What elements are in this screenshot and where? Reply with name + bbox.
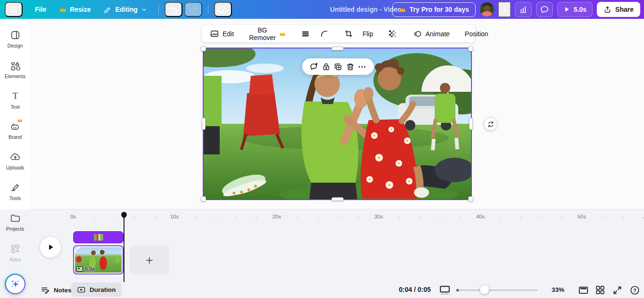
selection-handle-bottom-right[interactable]	[468, 196, 473, 201]
add-clip-button[interactable]	[130, 246, 169, 274]
try-pro-label: Try Pro for 30 days	[410, 6, 469, 13]
animate-icon	[413, 29, 422, 39]
selection-handle-bottom-middle[interactable]	[331, 197, 344, 201]
timeline-view-toggle-button[interactable]	[438, 284, 451, 296]
try-pro-button[interactable]: Try Pro for 30 days	[392, 2, 476, 17]
add-member-button[interactable]	[498, 2, 511, 17]
crop-button[interactable]	[340, 27, 357, 41]
apps-grid-icon	[10, 243, 21, 254]
ruler-label: 30s	[374, 214, 383, 219]
sidebar-item-elements[interactable]: Elements	[0, 56, 30, 87]
ruler-label: 0s	[70, 214, 76, 219]
fit-view-icon	[578, 285, 589, 296]
timeline-audio-track-clip[interactable]	[73, 231, 124, 243]
duration-icon	[77, 285, 86, 294]
more-options-button[interactable]	[356, 61, 368, 72]
insights-button[interactable]	[515, 2, 532, 17]
timeline-play-button[interactable]	[40, 236, 61, 258]
flip-label: Flip	[363, 30, 373, 38]
help-icon: ?	[629, 285, 640, 296]
animate-button[interactable]: Animate	[408, 27, 454, 41]
selection-handle-right-middle[interactable]	[469, 118, 473, 130]
duration-button[interactable]: Duration	[71, 282, 122, 297]
zoom-slider-thumb[interactable]	[480, 285, 489, 294]
crown-icon	[279, 31, 286, 36]
sidebar-item-design[interactable]: Design	[0, 25, 30, 56]
resize-label: Resize	[70, 6, 91, 13]
notes-icon	[41, 285, 50, 295]
play-icon	[563, 6, 570, 13]
svg-text:co: co	[13, 126, 17, 129]
transparency-button[interactable]	[384, 27, 402, 41]
help-button[interactable]: ?	[628, 284, 641, 296]
play-icon	[46, 243, 55, 251]
context-toolbar: Edit BG Remover Flip Animate	[202, 25, 475, 42]
sidebar-item-brand[interactable]: co Brand	[0, 117, 30, 147]
svg-text:?: ?	[633, 287, 636, 293]
cloud-save-status-button[interactable]	[214, 2, 232, 17]
comments-button[interactable]	[536, 2, 553, 17]
editing-mode-dropdown[interactable]: Editing	[98, 2, 152, 17]
plus-icon	[145, 256, 154, 265]
notes-button[interactable]: Notes	[41, 283, 72, 297]
rotate-handle-button[interactable]	[484, 117, 497, 131]
stroke-weight-button[interactable]	[297, 27, 314, 41]
file-menu-button[interactable]: File	[29, 2, 52, 17]
timeline-video-clip[interactable]: 5.0s	[73, 245, 124, 274]
avatar[interactable]	[480, 2, 494, 16]
share-button[interactable]: Share	[597, 2, 640, 17]
sparkle-icon	[6, 275, 25, 293]
edit-label: Edit	[223, 30, 234, 38]
design-title[interactable]: Untitled design - Video	[330, 0, 401, 19]
sidebar-item-label: Brand	[8, 134, 22, 140]
redo-button[interactable]	[184, 2, 202, 17]
edit-image-icon	[210, 29, 219, 39]
corner-rounding-button[interactable]	[315, 27, 333, 41]
selection-handle-left-middle[interactable]	[202, 118, 206, 130]
ruler-label: 50s	[578, 214, 586, 219]
selection-handle-bottom-left[interactable]	[201, 196, 206, 201]
ruler-label: 20s	[272, 214, 281, 219]
sidebar-item-apps[interactable]: Apps	[0, 239, 30, 270]
lock-button[interactable]	[321, 61, 332, 72]
playback-time: 0:04 / 0:05	[399, 286, 431, 293]
redo-icon	[188, 4, 198, 15]
crown-icon	[59, 7, 66, 12]
sidebar-item-label: Uploads	[6, 165, 25, 170]
add-comment-button[interactable]	[308, 61, 320, 72]
position-label: Position	[465, 30, 488, 38]
bg-remover-button[interactable]: BG Remover	[245, 27, 290, 41]
hamburger-menu-button[interactable]	[5, 2, 23, 17]
sidebar-item-label: Tools	[9, 195, 21, 201]
duplicate-button[interactable]	[332, 61, 344, 72]
top-bar: File Resize Editing	[0, 0, 644, 19]
preview-play-button[interactable]: 5.0s	[557, 2, 593, 17]
resize-button[interactable]: Resize	[54, 2, 96, 17]
selection-handle-top-middle[interactable]	[331, 47, 344, 50]
elements-icon	[10, 60, 21, 71]
sidebar-item-text[interactable]: T Text	[0, 87, 30, 117]
delete-button[interactable]	[345, 61, 356, 72]
zoom-slider-track[interactable]	[456, 290, 537, 291]
selection-handle-top-right[interactable]	[468, 46, 473, 51]
sidebar-item-projects[interactable]: Projects	[0, 209, 30, 239]
video-badge-icon	[76, 266, 83, 272]
fit-view-button[interactable]	[577, 284, 589, 296]
timeline-zoom-slider[interactable]	[456, 282, 537, 298]
design-icon	[10, 30, 21, 40]
clip-duration-label: 5.0s	[85, 266, 95, 272]
sidebar-item-uploads[interactable]: Uploads	[0, 147, 30, 178]
svg-text:T: T	[12, 91, 17, 101]
comment-bubble-icon	[540, 5, 549, 14]
playhead-line[interactable]	[124, 216, 124, 282]
undo-button[interactable]	[165, 2, 182, 17]
notes-label: Notes	[54, 287, 72, 294]
position-button[interactable]: Position	[461, 27, 493, 41]
sidebar-item-tools[interactable]: Tools	[0, 178, 30, 209]
fullscreen-button[interactable]	[611, 284, 623, 296]
grid-view-button[interactable]	[594, 284, 606, 296]
selection-handle-top-left[interactable]	[201, 46, 206, 51]
canva-assistant-button[interactable]	[5, 274, 25, 294]
flip-button[interactable]: Flip	[358, 27, 378, 41]
edit-image-button[interactable]: Edit	[206, 27, 238, 41]
